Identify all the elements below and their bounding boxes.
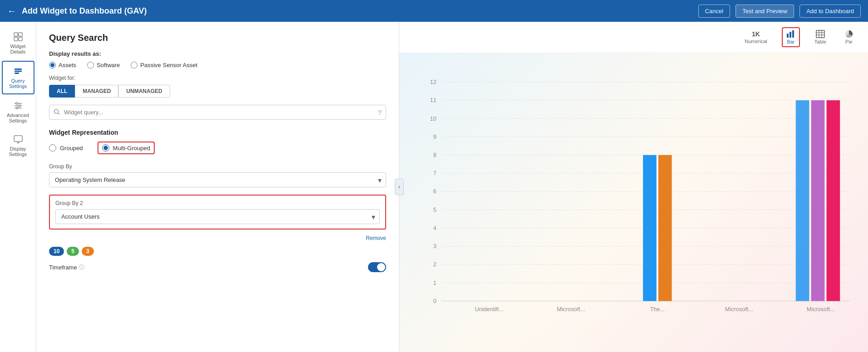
bar-the-series2 [658,155,672,301]
display-option-software-label: Software [97,62,120,68]
y-label-1: 1 [433,280,436,286]
group-by-select[interactable]: Operating System Release OS Manufacturer… [49,172,386,187]
y-label-9: 9 [433,134,436,140]
chart-area: 12 11 10 9 8 7 [399,53,868,352]
numerical-icon: 1K [752,30,760,38]
svg-rect-21 [816,30,824,38]
sidebar-widget-details-label: Widget Details [10,44,25,54]
chart-type-table[interactable]: Table [811,28,830,46]
search-help-icon[interactable]: ? [378,109,382,116]
timeframe-info-icon: ⓘ [79,264,84,271]
search-icon [54,108,60,116]
group-by-2-select[interactable]: Account Users OS Manufacturer Category [55,209,380,224]
left-sidebar: Widget Details Query Settings Advanced S… [0,22,36,352]
tab-all[interactable]: ALL [49,85,75,98]
collapse-button[interactable]: ‹ [395,179,404,195]
svg-rect-1 [19,33,22,36]
grid-icon [13,32,23,42]
count-badges: 10 5 3 [49,247,386,256]
sidebar-item-display-settings[interactable]: Display Settings [2,130,34,161]
chart-type-bar[interactable]: Bar [782,27,800,47]
count-badge-10[interactable]: 10 [49,247,64,256]
search-input[interactable] [49,105,386,120]
page-title: Add Widget to Dashboard (GAV) [22,6,693,16]
representation-grouped[interactable]: Grouped [49,142,83,154]
y-label-5: 5 [433,207,436,213]
display-option-software-radio[interactable] [87,62,94,68]
group-by-select-wrapper: Operating System Release OS Manufacturer… [49,172,386,187]
group-by-2-select-wrapper: Account Users OS Manufacturer Category ▾ [55,209,380,224]
bar-microsoft3-series3 [811,100,825,301]
count-badge-3[interactable]: 3 [82,247,94,256]
chart-type-numerical[interactable]: 1K Numerical [741,29,771,46]
svg-rect-20 [792,30,794,38]
y-label-6: 6 [433,189,436,195]
representation-options: Grouped Multi-Grouped [49,142,386,154]
display-option-passive-sensor[interactable]: Passive Sensor Asset [131,62,197,68]
numerical-label: Numerical [745,39,767,44]
app-header: ← Add Widget to Dashboard (GAV) Cancel T… [0,0,868,22]
svg-rect-6 [15,73,19,74]
bar-label: Bar [787,39,794,44]
representation-multi-grouped[interactable]: Multi-Grouped [102,144,150,152]
chart-type-pie[interactable]: Pie [841,28,857,46]
svg-rect-2 [14,37,18,41]
monitor-icon [13,134,23,144]
cancel-button[interactable]: Cancel [698,5,730,18]
x-label-microsoft-2: Microsoft... [725,306,753,313]
sidebar-item-advanced-settings[interactable]: Advanced Settings [2,96,34,128]
display-option-passive-radio[interactable] [131,62,137,68]
query-settings-icon [13,66,23,76]
x-label-microsoft-1: Microsoft... [557,306,585,313]
remove-group-by-2-link[interactable]: Remove [49,235,386,241]
widget-for-tabs: ALL MANAGED UNMANAGED [49,85,386,98]
main-layout: Widget Details Query Settings Advanced S… [0,22,868,352]
add-dashboard-button[interactable]: Add to Dashboard [799,5,861,18]
bar-microsoft3-series4 [827,100,840,301]
y-label-8: 8 [433,152,436,158]
widget-for-label: Widget for: [49,75,386,81]
sidebar-item-query-settings[interactable]: Query Settings [2,61,34,94]
query-settings-panel: Query Search Display results as: Assets … [36,22,399,352]
y-label-7: 7 [433,170,436,176]
svg-point-10 [19,105,20,107]
tab-managed[interactable]: MANAGED [75,85,118,98]
search-container: ? [49,105,386,120]
multi-grouped-highlight: Multi-Grouped [98,142,155,154]
tab-unmanaged[interactable]: UNMANAGED [118,85,170,98]
display-option-assets-label: Assets [59,62,76,68]
display-option-software[interactable]: Software [87,62,120,68]
y-label-3: 3 [433,243,436,249]
count-badge-5[interactable]: 5 [67,247,79,256]
svg-point-12 [16,107,18,109]
display-results-label: Display results as: [49,50,386,57]
y-label-10: 10 [430,116,436,122]
group-by-2-section: Group By 2 Account Users OS Manufacturer… [49,195,386,230]
multi-grouped-radio[interactable] [102,144,109,152]
display-option-assets-radio[interactable] [49,62,56,68]
sidebar-item-widget-details[interactable]: Widget Details [2,27,34,59]
y-label-4: 4 [433,225,436,231]
pie-label: Pie [845,39,853,44]
x-label-microsoft-3: Microsoft... [807,306,835,313]
display-option-passive-label: Passive Sensor Asset [140,62,197,68]
timeframe-toggle[interactable] [368,262,386,272]
test-preview-button[interactable]: Test and Preview [736,5,794,18]
timeframe-label: Timeframe ⓘ [49,264,84,271]
svg-point-8 [16,103,18,104]
back-button[interactable]: ← [7,6,16,16]
y-label-0: 0 [433,298,436,304]
y-label-12: 12 [430,79,436,85]
bar-chart-svg: 12 11 10 9 8 7 [422,62,854,325]
display-option-assets[interactable]: Assets [49,62,76,68]
grouped-radio[interactable] [49,144,56,152]
group-by-2-label: Group By 2 [55,200,380,206]
svg-rect-13 [14,136,22,142]
svg-rect-3 [19,37,22,41]
y-label-11: 11 [430,97,436,103]
grouped-label: Grouped [60,145,83,152]
sidebar-query-settings-label: Query Settings [9,78,27,89]
sidebar-display-settings-label: Display Settings [9,146,27,157]
group-by-label: Group By [49,163,386,170]
svg-rect-5 [15,71,22,72]
